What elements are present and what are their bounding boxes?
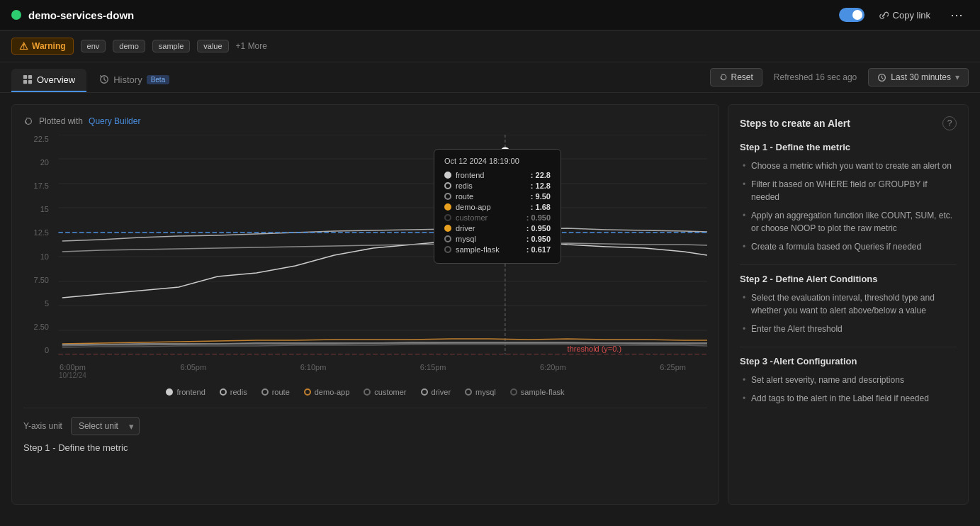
time-range-button[interactable]: Last 30 minutes ▾ <box>868 68 969 86</box>
link-icon <box>879 10 889 20</box>
overview-icon <box>23 74 33 84</box>
plotted-with-text: Plotted with <box>39 116 83 126</box>
top-bar-left: demo-services-down <box>11 9 134 21</box>
step3-items: Set alert severity, name and description… <box>740 374 957 405</box>
chart-svg: threshold (y=0.) <box>23 135 707 354</box>
legend-redis: redis <box>220 388 247 396</box>
legend-customer: customer <box>364 388 406 396</box>
step1-items: Choose a metric which you want to create… <box>740 160 957 253</box>
step-divider-2 <box>740 347 957 347</box>
legend-driver: driver <box>421 388 451 396</box>
chart-panel: Plotted with Query Builder 22.5 20 17.5 … <box>11 104 719 505</box>
step3-item-1: Set alert severity, name and description… <box>743 374 957 386</box>
x-label-605: 6:05pm <box>180 363 206 379</box>
svg-rect-1 <box>28 75 32 79</box>
toggle-switch[interactable] <box>839 8 864 22</box>
tooltip-row-driver: driver : 0.950 <box>444 224 551 233</box>
tag-value: value <box>197 40 228 52</box>
tooltip-row-mysql: mysql : 0.950 <box>444 235 551 243</box>
beta-badge: Beta <box>147 75 170 84</box>
app-title: demo-services-down <box>28 9 134 21</box>
legend-dot-driver <box>421 388 428 396</box>
step1-item-3: Apply an aggregation function like COUNT… <box>743 209 957 235</box>
legend-dot-frontend <box>166 388 173 396</box>
tab-history[interactable]: History Beta <box>88 69 181 92</box>
legend-dot-redis <box>220 388 227 396</box>
tooltip-dot-redis <box>444 182 451 189</box>
tooltip-row-redis: redis : 12.8 <box>444 181 551 190</box>
select-unit-wrapper[interactable]: Select unit <box>71 417 140 435</box>
tooltip-row-sample-flask: sample-flask : 0.617 <box>444 245 551 254</box>
right-panel: Steps to create an Alert ? Step 1 - Defi… <box>728 104 969 505</box>
step3-section: Step 3 -Alert Configuration Set alert se… <box>740 356 957 405</box>
clock-icon <box>877 73 886 82</box>
step2-section: Step 2 - Define Alert Conditions Select … <box>740 274 957 335</box>
tag-sample: sample <box>152 40 190 52</box>
chart-legend: frontend redis route demo-app customer d… <box>23 388 707 396</box>
query-builder-link[interactable]: Query Builder <box>89 116 140 126</box>
step2-item-1: Select the evaluation interval, threshol… <box>743 291 957 317</box>
status-dot <box>11 10 21 20</box>
tooltip-dot-demo-app <box>444 203 451 211</box>
x-axis: 6:00pm 10/12/24 6:05pm 6:10pm 6:15pm 6:2… <box>23 360 707 382</box>
chart-area: 22.5 20 17.5 15 12.5 10 7.50 5 2.50 0 <box>23 135 707 354</box>
tooltip-date: Oct 12 2024 18:19:00 <box>444 157 551 165</box>
tooltip-dot-frontend <box>444 172 451 179</box>
legend-sample-flask: sample-flask <box>510 388 565 396</box>
legend-dot-route <box>261 388 269 396</box>
legend-dot-demo-app <box>304 388 311 396</box>
tabs-right: Reset Refreshed 16 sec ago Last 30 minut… <box>710 68 969 92</box>
tooltip-dot-customer <box>444 214 451 221</box>
x-label-620: 6:20pm <box>540 363 566 379</box>
step-label: Step 1 - Define the metric <box>23 442 128 453</box>
y-axis-unit-label: Y-axis unit <box>23 421 62 431</box>
panel-header: Steps to create an Alert ? <box>740 116 957 130</box>
legend-dot-customer <box>364 388 371 396</box>
step2-title: Step 2 - Define Alert Conditions <box>740 274 957 284</box>
y-axis-labels: 22.5 20 17.5 15 12.5 10 7.50 5 2.50 0 <box>23 135 53 354</box>
tooltip-dot-route <box>444 193 451 200</box>
alert-header: ⚠ Warning env demo sample value +1 More <box>0 30 980 62</box>
tooltip-row-frontend: frontend : 22.8 <box>444 171 551 179</box>
tag-demo: demo <box>113 40 145 52</box>
panel-title: Steps to create an Alert <box>740 118 850 129</box>
top-bar: demo-services-down Copy link ⋯ <box>0 0 980 30</box>
tooltip-row-route: route : 9.50 <box>444 192 551 201</box>
tab-overview[interactable]: Overview <box>11 69 86 92</box>
select-unit[interactable]: Select unit <box>71 417 140 435</box>
tooltip-dot-mysql <box>444 235 451 242</box>
reset-icon <box>719 73 728 82</box>
copy-link-button[interactable]: Copy link <box>873 7 936 23</box>
more-tags[interactable]: +1 More <box>236 41 267 51</box>
history-icon <box>99 74 109 84</box>
x-label-625: 6:25pm <box>660 363 686 379</box>
help-icon[interactable]: ? <box>942 116 957 130</box>
reset-button[interactable]: Reset <box>710 68 762 86</box>
refresh-icon <box>23 116 33 126</box>
step1-section: Step 1 - Define the metric Choose a metr… <box>740 142 957 253</box>
refreshed-text: Refreshed 16 sec ago <box>774 72 857 82</box>
svg-text:threshold (y=0.): threshold (y=0.) <box>568 345 621 352</box>
step-divider-1 <box>740 264 957 265</box>
tooltip-dot-driver <box>444 225 451 232</box>
tooltip-row-customer: customer : 0.950 <box>444 213 551 222</box>
warning-icon: ⚠ <box>19 40 28 52</box>
more-options-icon[interactable]: ⋯ <box>945 6 969 24</box>
step3-item-2: Add tags to the alert in the Label field… <box>743 392 957 405</box>
step1-title: Step 1 - Define the metric <box>740 142 957 152</box>
legend-demo-app: demo-app <box>304 388 350 396</box>
step1-item-2: Filter it based on WHERE field or GROUPB… <box>743 178 957 203</box>
nav-tabs: Overview History Beta Reset Refreshed 16… <box>0 62 980 93</box>
x-label-615: 6:15pm <box>420 363 446 379</box>
x-label-610: 6:10pm <box>300 363 327 379</box>
main-content: Plotted with Query Builder 22.5 20 17.5 … <box>0 93 980 516</box>
chart-header: Plotted with Query Builder <box>23 116 707 126</box>
step3-title: Step 3 -Alert Configuration <box>740 356 957 366</box>
chart-tooltip: Oct 12 2024 18:19:00 frontend : 22.8 red… <box>434 149 561 264</box>
x-label-600: 6:00pm 10/12/24 <box>59 363 86 379</box>
step1-item-4: Create a formula based on Queries if nee… <box>743 240 957 253</box>
legend-route: route <box>261 388 290 396</box>
tag-env: env <box>81 40 106 52</box>
top-bar-right: Copy link ⋯ <box>839 6 969 24</box>
step2-items: Select the evaluation interval, threshol… <box>740 291 957 335</box>
